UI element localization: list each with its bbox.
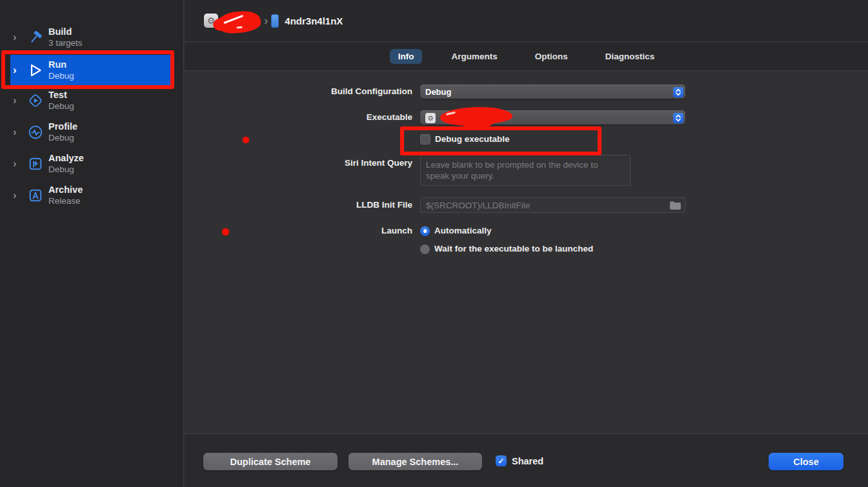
executable-dropdown[interactable] <box>420 110 685 124</box>
tab-diagnostics[interactable]: Diagnostics <box>597 49 663 64</box>
lldb-init-file-input[interactable] <box>421 198 685 212</box>
sidebar-item-test[interactable]: Test Debug <box>0 86 184 115</box>
chevron-right-icon[interactable] <box>13 181 17 210</box>
sidebar-item-subtitle: Release <box>48 195 83 206</box>
chevron-right-icon[interactable] <box>13 55 17 85</box>
tab-options[interactable]: Options <box>527 49 576 64</box>
sidebar-item-label: Build <box>48 26 83 37</box>
launch-automatically-radio[interactable] <box>420 226 430 236</box>
sidebar-item-subtitle: Debug <box>48 101 74 112</box>
sidebar-item-run[interactable]: Run Debug <box>0 55 184 85</box>
chevron-right-icon[interactable] <box>13 23 17 52</box>
executable-app-icon <box>425 113 436 123</box>
archive-a-icon <box>27 187 44 204</box>
scheme-sidebar: Build 3 targets Run Debug <box>0 0 184 487</box>
folder-icon[interactable] <box>669 200 681 210</box>
executable-label: Executable <box>185 110 420 124</box>
lldb-init-file-label: LLDB Init File <box>185 197 420 213</box>
footer-bar: Duplicate Scheme Manage Schemes... Share… <box>185 433 868 487</box>
sidebar-item-label: Archive <box>48 184 83 195</box>
build-configuration-dropdown[interactable]: Debug <box>420 84 685 99</box>
sidebar-item-label: Profile <box>48 121 77 132</box>
chevron-right-icon[interactable] <box>13 86 17 115</box>
sidebar-item-archive[interactable]: Archive Release <box>0 181 184 210</box>
analyze-branch-icon <box>27 155 44 172</box>
device-icon <box>271 14 279 28</box>
shared-checkbox[interactable] <box>496 455 507 466</box>
sidebar-item-profile[interactable]: Profile Debug <box>0 118 184 146</box>
scheme-name-redacted[interactable] <box>218 12 261 29</box>
duplicate-scheme-button[interactable]: Duplicate Scheme <box>203 453 338 470</box>
play-outline-icon <box>27 62 44 79</box>
chevron-right-icon[interactable] <box>13 118 17 146</box>
debug-executable-label: Debug executable <box>435 134 510 144</box>
app-gear-icon <box>204 14 218 28</box>
scheme-tab-bar: Info Arguments Options Diagnostics <box>185 43 868 71</box>
breadcrumb-separator: › <box>264 14 268 28</box>
sidebar-item-subtitle: 3 targets <box>48 37 83 48</box>
launch-wait-radio[interactable] <box>420 244 430 254</box>
chevron-right-icon[interactable] <box>13 150 17 178</box>
stepper-icon <box>673 113 683 123</box>
gauge-waveform-icon <box>27 124 44 141</box>
tab-arguments[interactable]: Arguments <box>443 49 505 64</box>
siri-intent-query-input[interactable] <box>420 155 631 186</box>
diamond-play-icon <box>27 92 44 109</box>
hammer-icon <box>27 29 44 46</box>
info-tab-content: Build Configuration Debug Executable <box>185 72 868 433</box>
sidebar-item-subtitle: Debug <box>48 70 74 81</box>
launch-wait-label: Wait for the executable to be launched <box>434 244 593 254</box>
siri-intent-query-label: Siri Intent Query <box>185 155 420 168</box>
scheme-editor-window: Build 3 targets Run Debug <box>0 0 868 487</box>
sidebar-item-label: Analyze <box>48 153 84 164</box>
lldb-init-file-field-wrap <box>420 197 685 213</box>
sidebar-item-label: Run <box>48 59 74 70</box>
build-configuration-label: Build Configuration <box>185 84 420 99</box>
launch-label: Launch <box>185 226 420 236</box>
stepper-icon <box>673 87 683 97</box>
sidebar-item-label: Test <box>48 90 74 101</box>
target-name[interactable]: 4ndr3n4l1nX <box>285 15 343 26</box>
sidebar-item-build[interactable]: Build 3 targets <box>0 23 184 52</box>
sidebar-item-subtitle: Debug <box>48 132 77 143</box>
close-button[interactable]: Close <box>769 453 843 470</box>
debug-executable-checkbox[interactable] <box>420 134 430 144</box>
sidebar-item-analyze[interactable]: Analyze Debug <box>0 150 184 178</box>
tab-info[interactable]: Info <box>390 49 423 64</box>
manage-schemes-button[interactable]: Manage Schemes... <box>348 453 482 470</box>
scheme-breadcrumb-bar: › 4ndr3n4l1nX <box>185 0 868 42</box>
launch-automatically-label: Automatically <box>434 226 492 236</box>
shared-label: Shared <box>512 456 543 466</box>
build-configuration-value: Debug <box>425 87 451 97</box>
sidebar-item-subtitle: Debug <box>48 164 84 175</box>
